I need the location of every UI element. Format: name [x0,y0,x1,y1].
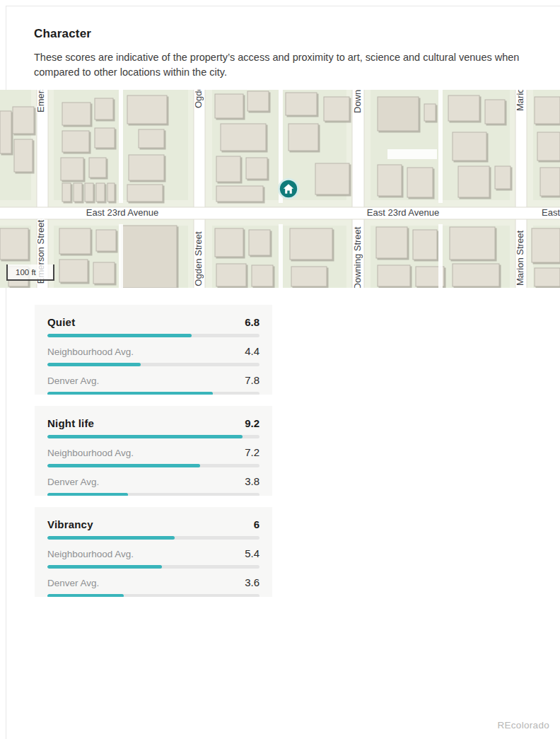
section-header: Character These scores are indicative of… [0,0,560,90]
neighbourhood-avg-value: 7.2 [245,446,259,458]
container-border-top [6,6,560,6]
score-bar-track [47,435,259,438]
score-title: Quiet [47,316,75,328]
score-card-night-life: Night life 9.2 Neighbourhood Avg. 7.2 De… [35,406,272,496]
map-scale-control: 100 ft [7,264,54,280]
recolorado-watermark: REcolorado [497,720,549,731]
denver-avg-bar-track [47,493,259,496]
neighbourhood-avg-bar-fill [47,464,200,467]
denver-avg-bar-fill [47,392,213,395]
denver-avg-label: Denver Avg. [47,477,99,487]
denver-avg-value: 3.6 [245,576,259,588]
score-title: Night life [47,417,94,429]
neighbourhood-avg-label: Neighbourhood Avg. [47,448,134,458]
neighbourhood-avg-value: 4.4 [245,345,259,357]
denver-avg-bar-fill [47,493,128,496]
section-description: These scores are indicative of the prope… [34,50,526,79]
score-bar-fill [47,536,175,540]
street-label-emerson-top-partial: Emerson Street [35,90,46,112]
street-label-marion: Marion Street [515,231,525,286]
map-scale-label: 100 ft [16,268,37,277]
denver-avg-bar-track [47,392,259,395]
neighbourhood-avg-bar-fill [47,565,162,569]
neighbourhood-avg-label: Neighbourhood Avg. [47,347,134,357]
street-label-east-23rd-west: East 23rd Avenue [86,207,158,218]
neighbourhood-avg-value: 5.4 [245,547,259,559]
neighbourhood-avg-bar-track [47,363,259,366]
street-label-ogden-top-partial: Ogden Street [193,90,204,108]
score-card-vibrancy: Vibrancy 6 Neighbourhood Avg. 5.4 Denver… [35,507,272,597]
denver-avg-label: Denver Avg. [47,376,99,386]
score-cards: Quiet 6.8 Neighbourhood Avg. 4.4 Denver … [35,305,272,597]
score-card-quiet: Quiet 6.8 Neighbourhood Avg. 4.4 Denver … [35,305,272,395]
street-label-downing: Downing Street [352,226,363,288]
character-section: Character These scores are indicative of… [0,0,560,739]
score-title: Vibrancy [47,518,93,530]
street-label-east-23rd-right-partial: East 23rd Avenue [542,207,560,218]
neighbourhood-avg-label: Neighbourhood Avg. [47,549,134,559]
denver-avg-bar-track [47,594,259,597]
score-bar-fill [47,334,192,337]
denver-avg-bar-fill [47,594,124,597]
street-label-east-23rd-center: East 23rd Avenue [367,207,439,218]
neighbourhood-avg-bar-track [47,464,259,467]
score-value: 6 [254,518,259,530]
street-label-downing-top-partial: Downing Street [352,90,363,113]
neighbourhood-avg-bar-track [47,565,259,569]
score-bar-track [47,334,259,337]
score-bar-track [47,536,259,540]
denver-avg-label: Denver Avg. [47,578,99,588]
property-marker[interactable] [278,178,299,199]
denver-avg-value: 7.8 [245,374,259,386]
street-label-marion-top-partial: Marion Street [515,90,525,111]
denver-avg-value: 3.8 [245,475,259,487]
score-value: 6.8 [245,316,259,328]
street-label-ogden: Ogden Street [193,231,204,286]
neighbourhood-avg-bar-fill [47,363,141,366]
score-value: 9.2 [245,417,259,429]
score-bar-fill [47,435,243,438]
page-title: Character [34,27,526,41]
neighbourhood-map[interactable]: East 23rd Avenue East 23rd Avenue East 2… [0,90,560,288]
